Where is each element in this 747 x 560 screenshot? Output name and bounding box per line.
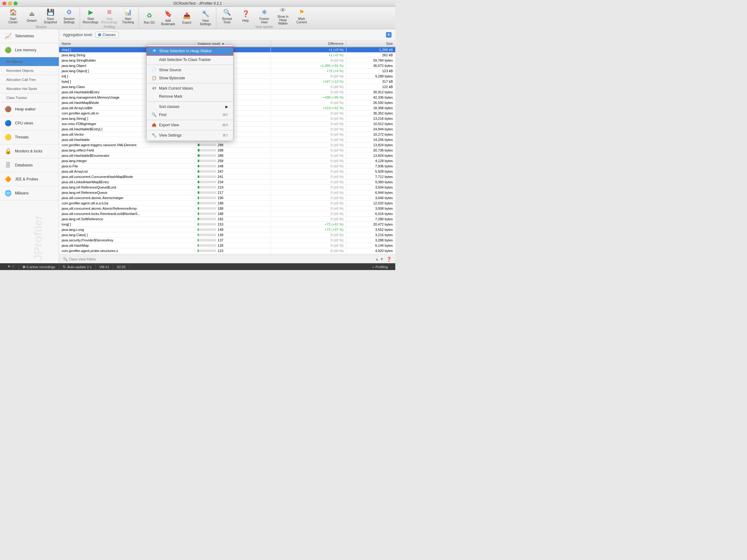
ctx-item-show-selection-heap-walker[interactable]: 👁 Show Selection In Heap Walker: [146, 46, 233, 56]
export-button[interactable]: 📤 Export: [177, 8, 196, 27]
table-row[interactable]: java.util.concurrent.ConcurrentHashMap$N…: [59, 174, 395, 180]
filter-down-arrow[interactable]: ▼: [380, 257, 384, 261]
col-header-difference[interactable]: Difference: [271, 41, 346, 47]
cell-diff: 0 (±0 %): [271, 185, 346, 190]
cell-diff: 0 (±0 %): [271, 158, 346, 164]
ctx-icon-show-selection-heap-walker: 👁: [152, 49, 157, 54]
cell-size: 6,144 bytes: [346, 243, 395, 248]
filter-help-icon[interactable]: ❓: [386, 257, 391, 262]
detach-icon: ⏏: [27, 9, 36, 18]
sidebar-item-class-tracker[interactable]: Class Tracker: [0, 93, 59, 102]
ctx-item-export-view[interactable]: 📤 Export View ⌘R: [147, 121, 233, 129]
table-row[interactable]: java.lang.Long 148 +73 (+97 %) 3,552 byt…: [59, 227, 395, 232]
table-row[interactable]: java.util.HashMap 128 0 (±0 %) 6,144 byt…: [59, 243, 395, 248]
table-row[interactable]: java.util.ArrayList 247 0 (±0 %) 5,928 b…: [59, 169, 395, 174]
ctx-item-mark-current-values[interactable]: 🏷 Mark Current Values: [147, 84, 233, 92]
mbeans-icon: 🌐: [4, 189, 12, 197]
view-settings-button[interactable]: 🔧 ViewSettings: [196, 8, 215, 27]
table-row[interactable]: java.lang.ref.ReferenceQueue 217 0 (±0 %…: [59, 190, 395, 195]
ctx-item-view-settings[interactable]: 🔧 View Settings ⌘T: [147, 131, 233, 139]
sidebar-item-recorded-objects[interactable]: Recorded Objects: [0, 66, 59, 75]
sidebar-item-heap-walker[interactable]: 🟤 Heap walker: [0, 102, 59, 116]
ctx-item-show-source[interactable]: 📄 Show Source: [147, 66, 233, 74]
sidebar-item-threads[interactable]: 🟡 Threads: [0, 130, 59, 144]
table-row[interactable]: com.jprofiler.agent.triggers.nanoxml.XML…: [59, 142, 395, 148]
table-row[interactable]: java.util.concurrent.atomic.AtomicRefere…: [59, 206, 395, 211]
cell-size: 18,560 bytes: [346, 254, 395, 255]
table-row[interactable]: java.lang.Integer 258 0 (±0 %) 4,128 byt…: [59, 158, 395, 164]
sidebar-item-monitors-locks[interactable]: 🔒 Monitors & locks: [0, 144, 59, 158]
sidebar-label-cpu-views: CPU views: [15, 121, 33, 125]
table-row[interactable]: java.io.File 248 0 (±0 %) 7,936 bytes: [59, 164, 395, 169]
filter-up-arrow[interactable]: ▲: [375, 257, 379, 261]
sidebar-item-allocation-hot-spots[interactable]: Allocation Hot Spots: [0, 84, 59, 93]
close-button[interactable]: [2, 2, 6, 5]
cell-size: 18,368 bytes: [346, 105, 395, 111]
aggregation-dropdown-button[interactable]: ▼: [386, 32, 391, 38]
save-snapshot-button[interactable]: 💾 SaveSnapshot: [41, 6, 60, 25]
sidebar-item-all-objects[interactable]: All Objects: [0, 57, 59, 66]
start-center-button[interactable]: 🏠 StartCenter: [4, 6, 22, 25]
table-row[interactable]: java.util.LinkedHashMap$Entry 234 0 (±0 …: [59, 180, 395, 185]
ctx-label-sort-classes: Sort classes: [159, 105, 179, 109]
cell-size: 14,256 bytes: [346, 137, 395, 142]
mark-current-icon: ⚑: [297, 8, 306, 16]
sidebar-item-databases[interactable]: 🗄 Databases: [0, 158, 59, 172]
start-recordings-button[interactable]: ▶ StartRecordings: [81, 6, 100, 25]
cell-size: 26,592 bytes: [346, 100, 395, 105]
ctx-item-add-selection-class-tracker[interactable]: Add Selection To Class Tracker: [147, 56, 233, 64]
export-icon: 📤: [182, 11, 191, 20]
cell-diff: 0 (±0 %): [271, 127, 346, 132]
ctx-label-show-selection-heap-walker: Show Selection In Heap Walker: [159, 49, 212, 53]
table-row[interactable]: java.util.Hashtable$Enumerator 288 0 (±0…: [59, 153, 395, 158]
ctx-label-remove-mark: Remove Mark: [159, 94, 182, 99]
reveal-tools-button[interactable]: 🔍 RevealTools: [217, 6, 236, 25]
table-row[interactable]: java.lang.Class[ ] 139 0 (±0 %) 3,216 by…: [59, 232, 395, 238]
mark-current-button[interactable]: ⚑ MarkCurrent: [292, 6, 311, 25]
cell-diff: 0 (±0 %): [271, 190, 346, 195]
cell-count: 247: [195, 169, 271, 174]
add-bookmark-button[interactable]: 🔖 AddBookmark: [159, 8, 177, 27]
cell-diff: +219 (+62 %): [271, 105, 346, 111]
session-settings-button[interactable]: ⚙ SessionSettings: [60, 6, 78, 25]
cell-count: 288: [195, 148, 271, 153]
run-gc-button[interactable]: ♻ Run GC: [140, 8, 159, 27]
table-row[interactable]: long[ ] 153 +73 (+91 %) 20,472 bytes: [59, 222, 395, 227]
minimize-button[interactable]: [8, 2, 12, 5]
sidebar-item-telemetries[interactable]: 📈 Telemetries: [0, 29, 59, 43]
col-header-size[interactable]: Size: [346, 41, 395, 47]
cell-diff: 0 (±0 %): [271, 84, 346, 89]
freeze-view-button[interactable]: ❄ FreezeView: [255, 6, 274, 25]
cell-diff: +1 (+0 %): [271, 47, 346, 53]
table-row[interactable]: com.jprofiler.agent.probe.structures.s 1…: [59, 248, 395, 254]
status-vm: VM #1: [96, 264, 113, 270]
ctx-item-remove-mark[interactable]: Remove Mark: [147, 92, 233, 101]
sidebar-item-mbeans[interactable]: 🌐 MBeans: [0, 186, 59, 201]
show-in-heap-walker-button[interactable]: 👁 Show InHeap Walker: [274, 6, 292, 25]
table-row[interactable]: com.jprofiler.agent.util.a.a.b.ba 188 0 …: [59, 201, 395, 206]
cell-size: 7,712 bytes: [346, 174, 395, 180]
stop-recordings-button[interactable]: ⏹ StopRecordings: [100, 6, 119, 25]
sidebar-item-jee-probes[interactable]: 🔶 JEE & Probes: [0, 172, 59, 186]
table-row[interactable]: java.util.concurrent.locks.ReentrantLock…: [59, 211, 395, 216]
ctx-item-show-bytecode[interactable]: 📋 Show Bytecode: [147, 74, 233, 82]
ctx-item-sort-classes[interactable]: Sort classes ▶: [147, 103, 233, 111]
table-row[interactable]: java.lang.ref.ReferenceQueue$Lock 219 0 …: [59, 185, 395, 190]
sidebar-item-allocation-call-tree[interactable]: Allocation Call Tree: [0, 75, 59, 84]
table-row[interactable]: java.lang.ref.SoftReference 182 0 (±0 %)…: [59, 216, 395, 222]
help-button[interactable]: ❓ Help: [236, 6, 255, 25]
table-row[interactable]: java.util.HashMap$Node[ ] 112 0 (±0 %) 1…: [59, 254, 395, 255]
table-row[interactable]: java.security.Provider$ServiceKey 137 0 …: [59, 238, 395, 243]
aggregation-selector[interactable]: Classes: [95, 32, 119, 38]
maximize-button[interactable]: [14, 2, 18, 5]
table-row[interactable]: java.lang.reflect.Field 288 0 (±0 %) 20,…: [59, 148, 395, 153]
sidebar-item-live-memory[interactable]: 🟢 Live memory: [0, 43, 59, 57]
sidebar-item-cpu-views[interactable]: 🔵 CPU views: [0, 116, 59, 130]
session-section-label: Session: [35, 25, 47, 29]
class-view-filter-input[interactable]: [69, 257, 374, 261]
window-controls[interactable]: [2, 2, 18, 5]
detach-button[interactable]: ⏏ Detach: [22, 6, 41, 25]
start-tracking-button[interactable]: 📊 StartTracking: [119, 6, 137, 25]
ctx-item-find[interactable]: 🔍 Find ⌘F: [147, 111, 233, 119]
table-row[interactable]: java.util.concurrent.atomic.AtomicIntege…: [59, 195, 395, 201]
